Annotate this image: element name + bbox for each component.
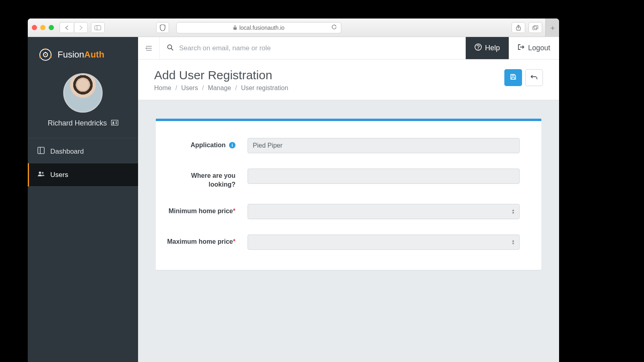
share-button[interactable] — [512, 22, 525, 33]
svg-point-20 — [39, 171, 41, 174]
main: Help Logout Add User Registration Home /… — [138, 37, 559, 362]
close-window-button[interactable] — [32, 25, 37, 30]
svg-rect-12 — [45, 52, 46, 53]
form-label: Minimum home price* — [165, 204, 238, 216]
logout-label: Logout — [528, 44, 550, 52]
address-bar[interactable]: local.fusionauth.io — [176, 22, 341, 33]
sidebar-item-label: Dashboard — [50, 148, 84, 156]
window-controls — [32, 25, 54, 30]
page-header: Add User Registration Home / Users / Man… — [138, 60, 559, 100]
application-input[interactable] — [248, 138, 520, 153]
svg-point-7 — [45, 48, 47, 50]
id-card-icon — [111, 119, 118, 128]
page-title: Add User Registration — [154, 68, 288, 82]
forward-button[interactable] — [74, 22, 88, 33]
breadcrumb-sep: / — [175, 84, 177, 92]
back-action-button[interactable] — [525, 69, 543, 86]
privacy-shield-icon[interactable] — [156, 22, 169, 33]
profile-name-row[interactable]: Richard Hendricks — [47, 119, 118, 128]
form-row-min-price: Minimum home price* ▲▼ — [165, 204, 532, 219]
new-tab-button[interactable]: ＋ — [545, 19, 559, 37]
breadcrumb-item[interactable]: Home — [154, 84, 171, 92]
help-button[interactable]: Help — [466, 37, 509, 59]
svg-point-9 — [39, 56, 41, 58]
brand-name: FusionAuth — [58, 49, 104, 60]
breadcrumb-item: User registration — [241, 84, 288, 92]
minimize-window-button[interactable] — [40, 25, 45, 30]
svg-point-25 — [168, 45, 172, 49]
address-bar-text: local.fusionauth.io — [239, 25, 285, 31]
help-icon — [475, 43, 482, 53]
svg-rect-0 — [95, 25, 101, 30]
svg-rect-18 — [38, 147, 44, 154]
tabs-button[interactable] — [528, 22, 542, 33]
where-looking-input[interactable] — [248, 169, 520, 184]
undo-arrow-icon — [530, 74, 538, 82]
sidebar-toggle-button[interactable] — [91, 22, 105, 33]
zoom-window-button[interactable] — [49, 25, 54, 30]
svg-rect-30 — [512, 74, 514, 76]
sidebar: FusionAuth Richard Hendricks Dashbo — [28, 37, 138, 362]
form-label: Where are you looking? — [165, 169, 238, 189]
sidebar-item-dashboard[interactable]: Dashboard — [28, 140, 138, 163]
lock-icon — [233, 25, 237, 30]
browser-window: local.fusionauth.io ＋ — [28, 19, 559, 362]
help-label: Help — [485, 44, 500, 52]
svg-point-28 — [478, 48, 479, 49]
panel-icon — [37, 147, 45, 156]
browser-toolbar: local.fusionauth.io ＋ — [28, 19, 559, 37]
breadcrumb-sep: / — [235, 84, 237, 92]
form-label: Maximum home price* — [165, 234, 238, 246]
sidebar-nav: Dashboard Users — [28, 138, 138, 187]
form-label: Application i — [165, 138, 238, 150]
search-input[interactable] — [179, 44, 458, 52]
min-price-input[interactable] — [248, 204, 520, 219]
reload-icon[interactable] — [331, 24, 337, 31]
sidebar-item-label: Users — [50, 171, 68, 179]
breadcrumb: Home / Users / Manage / User registratio… — [154, 84, 288, 92]
profile-block: Richard Hendricks — [28, 69, 138, 138]
svg-rect-29 — [512, 77, 515, 79]
svg-rect-5 — [534, 25, 538, 29]
svg-point-11 — [45, 54, 46, 56]
back-button[interactable] — [60, 22, 73, 33]
brand-logo-icon — [38, 47, 53, 62]
brand: FusionAuth — [28, 37, 138, 69]
svg-point-21 — [42, 172, 43, 174]
form-row-max-price: Maximum home price* ▲▼ — [165, 234, 532, 250]
breadcrumb-item[interactable]: Users — [181, 84, 198, 92]
save-icon — [510, 74, 516, 82]
breadcrumb-item[interactable]: Manage — [208, 84, 231, 92]
breadcrumb-sep: / — [202, 84, 204, 92]
save-button[interactable] — [504, 69, 522, 86]
svg-point-14 — [112, 121, 114, 123]
avatar[interactable] — [63, 73, 103, 113]
app-frame: FusionAuth Richard Hendricks Dashbo — [28, 37, 559, 362]
svg-rect-4 — [533, 27, 537, 30]
header-actions — [504, 69, 543, 86]
content-area: Application i Where are you looking? — [138, 100, 559, 288]
logout-icon — [518, 44, 525, 52]
topbar: Help Logout — [138, 37, 559, 60]
topbar-search — [160, 37, 466, 59]
info-icon[interactable]: i — [229, 142, 235, 148]
logout-button[interactable]: Logout — [509, 37, 559, 59]
max-price-input[interactable] — [248, 234, 520, 250]
form-row-where-looking: Where are you looking? — [165, 169, 532, 189]
search-icon — [167, 44, 173, 52]
svg-line-26 — [171, 48, 173, 50]
form-panel: Application i Where are you looking? — [156, 119, 541, 270]
sidebar-item-users[interactable]: Users — [28, 163, 138, 187]
svg-rect-2 — [233, 27, 237, 30]
nav-buttons — [60, 22, 88, 33]
collapse-sidebar-button[interactable] — [138, 37, 160, 59]
profile-name: Richard Hendricks — [47, 119, 107, 128]
svg-point-8 — [50, 56, 52, 58]
users-icon — [37, 170, 45, 179]
form-row-application: Application i — [165, 138, 532, 153]
